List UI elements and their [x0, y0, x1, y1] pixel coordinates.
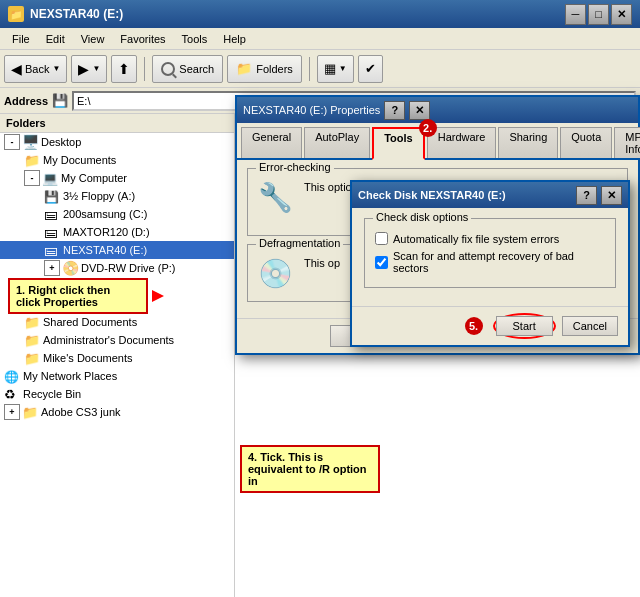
checkdisk-option1-label: Automatically fix file system errors: [393, 233, 559, 245]
tree-item-desktop[interactable]: - Desktop: [0, 133, 234, 151]
forward-arrow-icon: ▶: [78, 61, 89, 77]
toolbar: ◀ Back ▼ ▶ ▼ ⬆ Search 📁 Folders ▦ ▼ ✔: [0, 50, 640, 88]
back-button[interactable]: ◀ Back ▼: [4, 55, 67, 83]
properties-help-button[interactable]: ?: [384, 101, 405, 120]
back-label: Back: [25, 63, 49, 75]
menu-file[interactable]: File: [4, 31, 38, 47]
defragmentation-label: Defragmentation: [256, 237, 343, 249]
tree-item-network[interactable]: My Network Places: [0, 367, 234, 385]
tab-autoplay[interactable]: AutoPlay: [304, 127, 370, 158]
nexstar-icon: 🖴: [44, 242, 60, 258]
menu-help[interactable]: Help: [215, 31, 254, 47]
maxtor-icon: 🖴: [44, 224, 60, 240]
tree-item-nexstar[interactable]: 🖴 NEXSTAR40 (E:): [0, 241, 234, 259]
tree-label-mycomputer: My Computer: [61, 172, 127, 184]
properties-tabs: General AutoPlay Tools 2. Hardware Shari…: [237, 123, 638, 160]
checkdisk-close-button[interactable]: ✕: [601, 186, 622, 205]
properties-close-button[interactable]: ✕: [409, 101, 430, 120]
menu-tools[interactable]: Tools: [174, 31, 216, 47]
title-bar: 📁 NEXSTAR40 (E:) ─ □ ✕: [0, 0, 640, 28]
tree-item-maxtor[interactable]: 🖴 MAXTOR120 (D:): [0, 223, 234, 241]
checkdisk-option2-row: Scan for and attempt recovery of bad sec…: [375, 250, 605, 274]
admin-icon: [24, 332, 40, 348]
tree-label-admin: Administrator's Documents: [43, 334, 174, 346]
shared-icon: [24, 314, 40, 330]
expander-desktop[interactable]: -: [4, 134, 20, 150]
go-icon: ✔: [365, 61, 376, 76]
tab-sharing[interactable]: Sharing: [498, 127, 558, 158]
checkdisk-option2-checkbox[interactable]: [375, 256, 388, 269]
tree-item-adobe[interactable]: + Adobe CS3 junk: [0, 403, 234, 421]
checkdisk-cancel-button[interactable]: Cancel: [562, 316, 618, 336]
views-button[interactable]: ▦ ▼: [317, 55, 354, 83]
tree-item-mydocuments[interactable]: My Documents: [0, 151, 234, 169]
address-label: Address: [4, 95, 48, 107]
forward-dropdown-icon[interactable]: ▼: [92, 64, 100, 73]
annotation-step1: 1. Right click thenclick Properties: [8, 278, 148, 314]
expander-adobe[interactable]: +: [4, 404, 20, 420]
step1-arrow: [152, 290, 164, 302]
tab-hardware[interactable]: Hardware: [427, 127, 497, 158]
checkdisk-start-button[interactable]: Start: [496, 316, 553, 336]
tree-item-mycomputer[interactable]: - My Computer: [0, 169, 234, 187]
minimize-button[interactable]: ─: [565, 4, 586, 25]
menu-view[interactable]: View: [73, 31, 113, 47]
tab-general[interactable]: General: [241, 127, 302, 158]
expander-dvdrw[interactable]: +: [44, 260, 60, 276]
checkdisk-help-button[interactable]: ?: [576, 186, 597, 205]
separator-2: [309, 57, 310, 81]
tab-mp3info[interactable]: MP3-Info: [614, 127, 640, 158]
annotation-step4-text: 4. Tick. This isequivalent to /R option …: [248, 451, 367, 487]
views-dropdown-icon[interactable]: ▼: [339, 64, 347, 73]
address-icon: 💾: [52, 93, 68, 108]
search-button[interactable]: Search: [152, 55, 223, 83]
window-icon: 📁: [8, 6, 24, 22]
menu-favorites[interactable]: Favorites: [112, 31, 173, 47]
tree-item-recycle[interactable]: Recycle Bin: [0, 385, 234, 403]
recycle-icon: [4, 386, 20, 402]
folder-icon-mydocuments: [24, 152, 40, 168]
tree-label-adobe: Adobe CS3 junk: [41, 406, 121, 418]
tree-item-dvdrw[interactable]: + 📀 DVD-RW Drive (P:): [0, 259, 234, 277]
go-button[interactable]: ✔: [358, 55, 383, 83]
window-title: NEXSTAR40 (E:): [30, 7, 559, 21]
tree-label-floppy: 3½ Floppy (A:): [63, 190, 135, 202]
maximize-button[interactable]: □: [588, 4, 609, 25]
expander-mycomputer[interactable]: -: [24, 170, 40, 186]
window-controls: ─ □ ✕: [565, 4, 632, 25]
search-label: Search: [179, 63, 214, 75]
tree-item-mikes[interactable]: Mike's Documents: [0, 349, 234, 367]
search-icon: [161, 62, 175, 76]
tree-item-floppy[interactable]: 3½ Floppy (A:): [0, 187, 234, 205]
close-button[interactable]: ✕: [611, 4, 632, 25]
checkdisk-options-label: Check disk options: [373, 211, 471, 223]
tree-item-shared[interactable]: Shared Documents: [0, 313, 234, 331]
back-arrow-icon: ◀: [11, 61, 22, 77]
tree-label-network: My Network Places: [23, 370, 117, 382]
tree-label-dvdrw: DVD-RW Drive (P:): [81, 262, 176, 274]
tree-item-admin[interactable]: Administrator's Documents: [0, 331, 234, 349]
start-btn-highlight: Start: [493, 313, 556, 339]
menu-edit[interactable]: Edit: [38, 31, 73, 47]
tree-label-desktop: Desktop: [41, 136, 81, 148]
step5-badge: 5.: [465, 317, 483, 335]
forward-button[interactable]: ▶ ▼: [71, 55, 107, 83]
checkdisk-titlebar: Check Disk NEXSTAR40 (E:) ? ✕: [352, 182, 628, 208]
tree-label-samsung: 200samsung (C:): [63, 208, 147, 220]
tab-quota[interactable]: Quota: [560, 127, 612, 158]
tab-tools-label: Tools: [384, 132, 413, 144]
checkdisk-option1-row: Automatically fix file system errors: [375, 232, 605, 245]
tree-label-mikes: Mike's Documents: [43, 352, 133, 364]
tab-tools[interactable]: Tools 2.: [372, 127, 425, 160]
adobe-icon: [22, 404, 38, 420]
tree-label-nexstar: NEXSTAR40 (E:): [63, 244, 147, 256]
defrag-text: This op: [304, 257, 340, 269]
folder-icon: 📁: [236, 61, 252, 76]
back-dropdown-icon[interactable]: ▼: [52, 64, 60, 73]
tree-item-samsung[interactable]: 🖴 200samsung (C:): [0, 205, 234, 223]
mikes-icon: [24, 350, 40, 366]
folders-button[interactable]: 📁 Folders: [227, 55, 302, 83]
checkdisk-option1-checkbox[interactable]: [375, 232, 388, 245]
up-button[interactable]: ⬆: [111, 55, 137, 83]
dvdrw-icon: 📀: [62, 260, 78, 276]
